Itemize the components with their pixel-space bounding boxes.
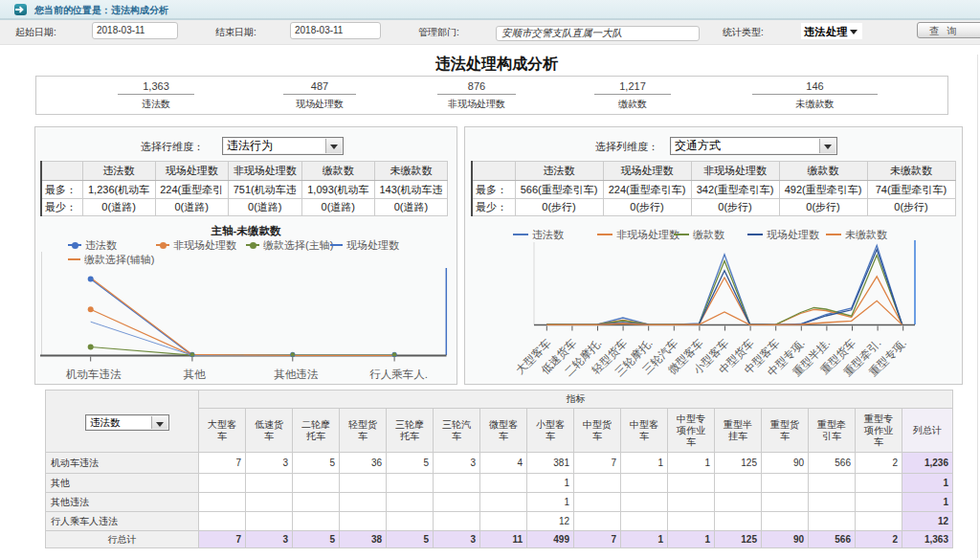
- svg-text:其他: 其他: [184, 368, 207, 380]
- svg-text:行人乘车人.: 行人乘车人.: [369, 368, 428, 380]
- svg-text:机动车违法: 机动车违法: [65, 368, 122, 380]
- svg-text:其他违法: 其他违法: [274, 368, 319, 380]
